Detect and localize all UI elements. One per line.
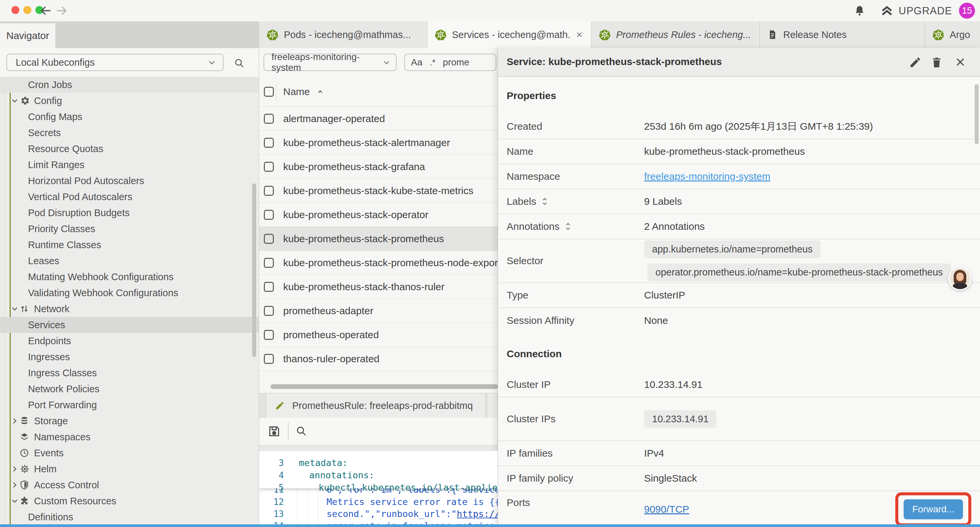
tab-pods-icecheng-mathmas[interactable]: Pods - icecheng@mathmas... xyxy=(259,21,427,48)
tab-services-icecheng-math[interactable]: Services - icecheng@math... xyxy=(427,21,591,48)
table-row-prometheus-operated[interactable]: prometheus-operated xyxy=(259,323,498,347)
table-row-prometheus-adapter[interactable]: prometheus-adapter xyxy=(259,299,498,323)
kubeconfig-select[interactable]: Local Kubeconfigs xyxy=(6,54,223,71)
sidebar-item-endpoints[interactable]: Endpoints xyxy=(0,333,259,349)
navigator-search-icon[interactable] xyxy=(234,57,245,69)
sidebar-item-runtime-classes[interactable]: Runtime Classes xyxy=(0,237,259,253)
sidebar-item-vertical-pod-autoscalers[interactable]: Vertical Pod Autoscalers xyxy=(0,189,259,205)
sidebar-item-storage[interactable]: Storage xyxy=(0,413,259,429)
table-row-thanos-ruler-operated[interactable]: thanos-ruler-operated xyxy=(259,347,498,371)
sidebar-item-leases[interactable]: Leases xyxy=(0,253,259,269)
tab-prometheus-rules-icecheng[interactable]: Prometheus Rules - icecheng... xyxy=(591,21,759,48)
regex-toggle[interactable]: .* xyxy=(430,57,435,68)
row-checkbox[interactable] xyxy=(264,354,274,364)
sidebar-item-pod-disruption-budgets[interactable]: Pod Disruption Budgets xyxy=(0,205,259,221)
sort-updown-icon[interactable] xyxy=(541,197,549,206)
sidebar-item-namespaces[interactable]: Namespaces xyxy=(0,429,259,445)
table-row-kube-prometheus-stack-grafana[interactable]: kube-prometheus-stack-grafana xyxy=(259,155,498,179)
close-icon[interactable] xyxy=(954,56,966,68)
row-checkbox[interactable] xyxy=(264,114,274,124)
sidebar-item-ingress-classes[interactable]: Ingress Classes xyxy=(0,365,259,381)
delete-trash-icon[interactable] xyxy=(930,56,943,69)
minimize-window-button[interactable] xyxy=(23,6,31,14)
notification-count-badge[interactable]: 15 xyxy=(959,3,975,19)
sidebar-item-config-maps[interactable]: Config Maps xyxy=(0,109,259,125)
sidebar-item-horizontal-pod-autoscalers[interactable]: Horizontal Pod Autoscalers xyxy=(0,173,259,189)
forward-arrow-icon[interactable] xyxy=(55,4,68,18)
drawer-scrollbar[interactable] xyxy=(975,84,978,144)
sidebar-item-limit-ranges[interactable]: Limit Ranges xyxy=(0,157,259,173)
sidebar-item-ingresses[interactable]: Ingresses xyxy=(0,349,259,365)
editor-search-icon[interactable] xyxy=(295,425,307,437)
edit-pencil-icon[interactable] xyxy=(909,56,922,69)
code-link[interactable]: https://net xyxy=(457,509,498,519)
chevron-right-icon[interactable] xyxy=(10,416,20,426)
save-icon[interactable] xyxy=(267,424,281,438)
back-arrow-icon[interactable] xyxy=(39,4,53,18)
editor-tab-next[interactable] xyxy=(488,393,498,418)
namespace-filter-select[interactable]: freeleaps-monitoring-system xyxy=(264,54,396,71)
sidebar-item-cron-jobs[interactable]: Cron Jobs xyxy=(0,77,259,93)
navigator-tab[interactable]: Navigator xyxy=(0,23,56,48)
namespace-link[interactable]: freeleaps-monitoring-system xyxy=(644,171,770,182)
yaml-editor[interactable]: 11 0","for":"1m","labels":{"service": 12… xyxy=(259,451,498,527)
sort-updown-icon[interactable] xyxy=(564,222,572,231)
sidebar-item-custom-resources[interactable]: Custom Resources xyxy=(0,493,259,509)
sidebar-item-mutating-webhook-configurations[interactable]: Mutating Webhook Configurations xyxy=(0,269,259,285)
editor-tab-prometheusrule[interactable]: PrometheusRule: freeleaps-prod-rabbitmq xyxy=(266,393,486,418)
sidebar-item-network[interactable]: Network xyxy=(0,301,259,317)
sidebar-item-network-policies[interactable]: Network Policies xyxy=(0,381,259,397)
close-icon[interactable] xyxy=(575,30,584,39)
row-checkbox[interactable] xyxy=(264,234,274,244)
select-all-checkbox[interactable] xyxy=(264,87,274,97)
tab-argo-se[interactable]: Argo Se xyxy=(924,21,980,48)
table-row-kube-prometheus-stack-prometheus[interactable]: kube-prometheus-stack-prometheus xyxy=(259,227,498,251)
row-checkbox[interactable] xyxy=(264,306,274,316)
table-row-kube-prometheus-stack-alertmanager[interactable]: kube-prometheus-stack-alertmanager xyxy=(259,131,498,155)
upgrade-icon[interactable] xyxy=(880,4,894,18)
sidebar-item-config[interactable]: Config xyxy=(0,93,259,109)
port-link-9090-tcp[interactable]: 9090/TCP xyxy=(644,504,689,515)
sidebar-item-resource-quotas[interactable]: Resource Quotas xyxy=(0,141,259,157)
chevron-down-icon[interactable] xyxy=(10,496,20,506)
table-row-kube-prometheus-stack-thanos-ruler[interactable]: kube-prometheus-stack-thanos-ruler xyxy=(259,275,498,299)
chevron-down-icon[interactable] xyxy=(10,304,20,314)
sidebar-item-port-forwarding[interactable]: Port Forwarding xyxy=(0,397,259,413)
chevron-down-icon[interactable] xyxy=(10,96,20,105)
editor-gutter-band xyxy=(259,445,498,451)
upgrade-label[interactable]: UPGRADE xyxy=(899,5,952,17)
table-row-kube-prometheus-stack-prometheus-node-exporter[interactable]: kube-prometheus-stack-prometheus-node-ex… xyxy=(259,251,498,275)
sidebar-item-events[interactable]: Events xyxy=(0,445,259,461)
table-row-kube-prometheus-stack-operator[interactable]: kube-prometheus-stack-operator xyxy=(259,203,498,227)
notifications-bell-icon[interactable] xyxy=(853,5,866,18)
row-checkbox[interactable] xyxy=(264,282,274,292)
table-row-kube-prometheus-stack-kube-state-metrics[interactable]: kube-prometheus-stack-kube-state-metrics xyxy=(259,179,498,203)
row-checkbox[interactable] xyxy=(264,138,274,148)
avatar[interactable] xyxy=(948,266,972,291)
chevron-right-icon[interactable] xyxy=(10,464,20,474)
services-search-input[interactable]: Aa .* prome xyxy=(404,54,496,71)
chevron-right-icon[interactable] xyxy=(10,480,20,490)
sidebar-item-services[interactable]: Services xyxy=(0,317,259,333)
sidebar-item-secrets[interactable]: Secrets xyxy=(0,125,259,141)
sidebar-item-priority-classes[interactable]: Priority Classes xyxy=(0,221,259,237)
sidebar-item-definitions[interactable]: Definitions xyxy=(0,509,259,525)
service-name: kube-prometheus-stack-prometheus-node-ex… xyxy=(283,257,498,269)
row-checkbox[interactable] xyxy=(264,186,274,196)
row-checkbox[interactable] xyxy=(264,162,274,172)
sidebar-item-helm[interactable]: Helm xyxy=(0,461,259,477)
row-checkbox[interactable] xyxy=(264,330,274,340)
tab-release-notes[interactable]: Release Notes xyxy=(759,21,924,48)
row-checkbox[interactable] xyxy=(264,210,274,220)
match-case-toggle[interactable]: Aa xyxy=(411,57,422,68)
row-checkbox[interactable] xyxy=(264,258,274,268)
horizontal-scrollbar[interactable] xyxy=(270,384,498,389)
close-window-button[interactable] xyxy=(11,6,19,14)
detail-value: 9090/TCPForward...8080:reloader-web/TCPF… xyxy=(644,497,967,527)
forward-button[interactable]: Forward... xyxy=(904,499,963,519)
tree-scrollbar[interactable] xyxy=(252,183,256,357)
sidebar-item-validating-webhook-configurations[interactable]: Validating Webhook Configurations xyxy=(0,285,259,301)
sidebar-item-access-control[interactable]: Access Control xyxy=(0,477,259,493)
table-row-alertmanager-operated[interactable]: alertmanager-operated xyxy=(259,107,498,131)
column-header-name[interactable]: Name xyxy=(283,86,325,97)
